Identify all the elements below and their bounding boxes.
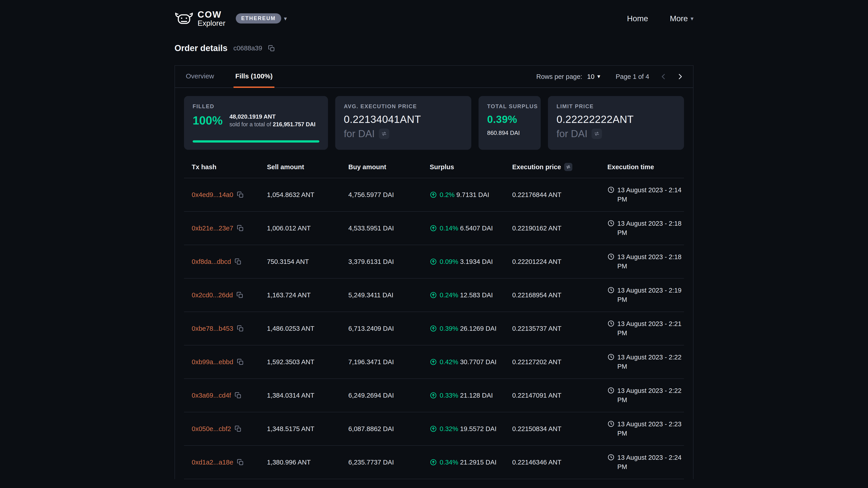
limit-price-unit: for DAI bbox=[557, 128, 587, 139]
tx-hash-link[interactable]: 0xd1a2...a18e bbox=[192, 459, 233, 466]
tx-hash-cell: 0x050e...cbf2 bbox=[192, 425, 267, 433]
clock-icon bbox=[608, 287, 615, 294]
col-execution-time: Execution time bbox=[608, 163, 684, 171]
network-selector[interactable]: ETHEREUM ▾ bbox=[236, 13, 287, 24]
copy-tx-hash-icon[interactable] bbox=[237, 191, 244, 198]
tab-fills[interactable]: Fills (100%) bbox=[234, 66, 274, 88]
col-tx-hash: Tx hash bbox=[192, 163, 267, 171]
tx-hash-link[interactable]: 0x3a69...cd4f bbox=[192, 392, 231, 399]
tx-hash-link[interactable]: 0xb21e...23e7 bbox=[192, 225, 233, 232]
surplus-percent: 0.32% bbox=[440, 425, 458, 433]
sell-amount-cell: 1,592.3503 ANT bbox=[267, 358, 348, 366]
execution-time-text: 13 August 2023 - 2:14 PM bbox=[617, 186, 684, 204]
copy-tx-hash-icon[interactable] bbox=[237, 459, 244, 466]
surplus-amount: 21.2915 DAI bbox=[460, 459, 496, 466]
col-surplus: Surplus bbox=[430, 163, 512, 171]
execution-time-text: 13 August 2023 - 2:23 PM bbox=[617, 420, 684, 438]
next-page-button[interactable] bbox=[676, 73, 684, 80]
limit-price-value: 0.22222222ANT bbox=[557, 113, 675, 125]
surplus-cell: 0.33% 21.128 DAI bbox=[430, 392, 512, 399]
order-id: c0688a39 bbox=[233, 44, 262, 52]
execution-price-cell: 0.22146346 ANT bbox=[512, 459, 608, 466]
col-sell-amount: Sell amount bbox=[267, 163, 348, 171]
page-title: Order details bbox=[175, 43, 227, 53]
limit-price-card: LIMIT PRICE 0.22222222ANT for DAI bbox=[548, 96, 684, 150]
execution-time-text: 13 August 2023 - 2:22 PM bbox=[617, 386, 684, 404]
swap-units-icon[interactable] bbox=[379, 129, 389, 139]
sell-amount-cell: 1,486.0253 ANT bbox=[267, 325, 348, 332]
tx-hash-link[interactable]: 0xb99a...ebbd bbox=[192, 358, 233, 366]
execution-time-cell: 13 August 2023 - 2:18 PM bbox=[608, 252, 684, 271]
nav-home[interactable]: Home bbox=[627, 14, 648, 23]
tx-hash-link[interactable]: 0x050e...cbf2 bbox=[192, 425, 231, 433]
surplus-amount: 6.5407 DAI bbox=[460, 225, 493, 232]
execution-price-cell: 0.22168954 ANT bbox=[512, 291, 608, 299]
cow-explorer-logo[interactable]: COW Explorer bbox=[175, 10, 225, 27]
avg-price-label: AVG. EXECUTION PRICE bbox=[344, 103, 463, 109]
execution-time-cell: 13 August 2023 - 2:22 PM bbox=[608, 353, 684, 371]
copy-tx-hash-icon[interactable] bbox=[235, 392, 241, 399]
surplus-percent: 0.39% bbox=[440, 325, 458, 332]
surplus-amount: 30.7707 DAI bbox=[460, 358, 496, 366]
table-header: Tx hash Sell amount Buy amount Surplus E… bbox=[184, 152, 684, 178]
table-row: 0xb99a...ebbd 1,592.3503 ANT 7,196.3471 … bbox=[184, 345, 684, 379]
surplus-amount: 9.7131 DAI bbox=[456, 191, 489, 199]
copy-tx-hash-icon[interactable] bbox=[235, 425, 241, 432]
total-surplus-label: TOTAL SURPLUS bbox=[487, 103, 532, 109]
surplus-amount: 26.1269 DAI bbox=[460, 325, 496, 332]
surplus-amount: 21.128 DAI bbox=[460, 392, 493, 399]
execution-time-cell: 13 August 2023 - 2:18 PM bbox=[608, 219, 684, 237]
buy-amount-cell: 5,249.3411 DAI bbox=[348, 291, 430, 299]
execution-price-cell: 0.22201224 ANT bbox=[512, 258, 608, 265]
network-badge[interactable]: ETHEREUM bbox=[236, 13, 281, 24]
execution-time-text: 13 August 2023 - 2:21 PM bbox=[617, 319, 684, 338]
swap-price-units-icon[interactable] bbox=[564, 163, 572, 171]
table-row: 0xbe78...b453 1,486.0253 ANT 6,713.2409 … bbox=[184, 312, 684, 345]
tab-bar: Overview Fills (100%) Rows per page: 10 … bbox=[175, 66, 693, 88]
filled-sold-prefix: sold for a total of bbox=[229, 121, 273, 127]
table-row: 0x050e...cbf2 1,348.5175 ANT 6,087.8862 … bbox=[184, 412, 684, 445]
surplus-percent: 0.14% bbox=[440, 225, 458, 232]
tab-overview[interactable]: Overview bbox=[184, 66, 216, 88]
surplus-cell: 0.14% 6.5407 DAI bbox=[430, 225, 512, 232]
tx-hash-link[interactable]: 0x4ed9...14a0 bbox=[192, 191, 233, 199]
copy-order-id-icon[interactable] bbox=[268, 45, 275, 52]
nav-more[interactable]: More ▾ bbox=[670, 14, 693, 23]
execution-time-text: 13 August 2023 - 2:24 PM bbox=[617, 453, 684, 471]
execution-price-cell: 0.22150834 ANT bbox=[512, 425, 608, 433]
execution-price-cell: 0.22147091 ANT bbox=[512, 392, 608, 399]
tx-hash-link[interactable]: 0x2cd0...26dd bbox=[192, 291, 233, 299]
col-buy-amount: Buy amount bbox=[348, 163, 430, 171]
copy-tx-hash-icon[interactable] bbox=[235, 258, 241, 265]
swap-units-icon[interactable] bbox=[592, 129, 602, 139]
execution-time-cell: 13 August 2023 - 2:24 PM bbox=[608, 453, 684, 471]
buy-amount-cell: 6,713.2409 DAI bbox=[348, 325, 430, 332]
surplus-percent: 0.2% bbox=[440, 191, 455, 199]
filled-amounts: 48,020.1919 ANT sold for a total of 216,… bbox=[229, 113, 315, 128]
copy-tx-hash-icon[interactable] bbox=[237, 359, 244, 365]
tx-hash-link[interactable]: 0xbe78...b453 bbox=[192, 325, 233, 332]
more-chevron-down-icon: ▾ bbox=[690, 15, 693, 22]
rows-per-page-select[interactable]: 10 ▼ bbox=[587, 73, 601, 80]
execution-price-cell: 0.22190162 ANT bbox=[512, 225, 608, 232]
copy-tx-hash-icon[interactable] bbox=[237, 225, 244, 232]
clock-icon bbox=[608, 186, 615, 193]
execution-time-text: 13 August 2023 - 2:18 PM bbox=[617, 252, 684, 271]
table-row: 0x2cd0...26dd 1,163.724 ANT 5,249.3411 D… bbox=[184, 278, 684, 312]
execution-time-cell: 13 August 2023 - 2:14 PM bbox=[608, 186, 684, 204]
surplus-amount: 19.5572 DAI bbox=[460, 425, 496, 433]
surplus-cell: 0.09% 3.1934 DAI bbox=[430, 258, 512, 265]
previous-page-button[interactable] bbox=[659, 73, 667, 80]
execution-price-cell: 0.22127202 ANT bbox=[512, 358, 608, 366]
table-row: 0xd1a2...a18e 1,380.996 ANT 6,235.7737 D… bbox=[184, 445, 684, 479]
logo-title: COW bbox=[197, 10, 225, 19]
tx-hash-link[interactable]: 0xf8da...dbcd bbox=[192, 258, 231, 265]
tx-hash-cell: 0x4ed9...14a0 bbox=[192, 191, 267, 199]
copy-tx-hash-icon[interactable] bbox=[237, 292, 243, 298]
order-panel: Overview Fills (100%) Rows per page: 10 … bbox=[175, 65, 693, 479]
surplus-percent: 0.33% bbox=[440, 392, 458, 399]
clock-icon bbox=[608, 320, 615, 327]
network-chevron-down-icon[interactable]: ▾ bbox=[284, 15, 287, 22]
avg-execution-price-card: AVG. EXECUTION PRICE 0.22134041ANT for D… bbox=[335, 96, 471, 150]
copy-tx-hash-icon[interactable] bbox=[237, 325, 244, 332]
